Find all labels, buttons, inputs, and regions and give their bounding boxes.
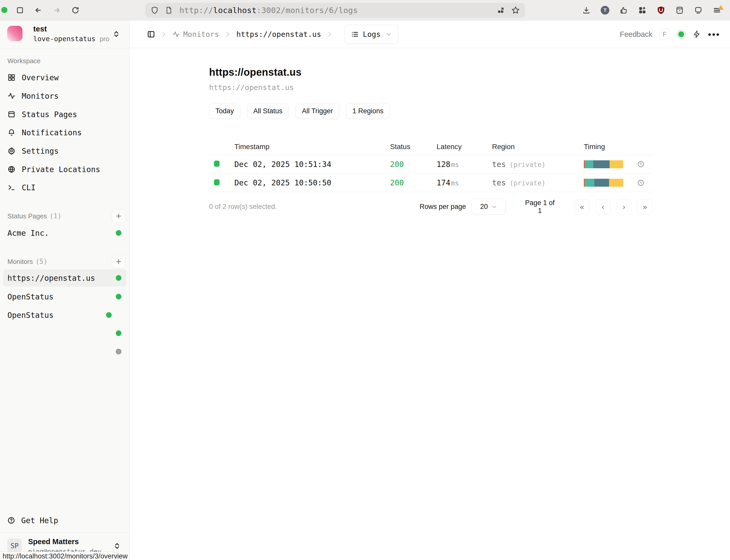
add-monitor-button[interactable] [112, 255, 126, 268]
monitor-item-openstatus-1[interactable]: OpenStatus [3, 288, 127, 305]
clock-icon[interactable] [629, 161, 653, 168]
breadcrumb-monitors[interactable]: Monitors [173, 30, 219, 39]
url-bar[interactable]: http://localhost:3002/monitors/6/logs [145, 3, 525, 18]
extension-t-icon[interactable]: T [599, 5, 611, 16]
filter-bar: Today All Status All Trigger 1 Regions [209, 103, 653, 119]
extensions-grid-icon[interactable] [637, 5, 648, 16]
tab-device-icon[interactable] [693, 5, 704, 16]
log-row[interactable]: Dec 02, 2025 10:50:50 200 174ms tes(priv… [209, 173, 653, 192]
sidebar-item-notifications[interactable]: Notifications [3, 123, 127, 142]
timing-segment [593, 160, 610, 168]
status-dot-green [106, 312, 112, 318]
last-page-button[interactable]: » [637, 199, 653, 215]
status-page-item-acme[interactable]: Acme Inc. [3, 225, 127, 241]
reload-button[interactable] [70, 0, 81, 20]
grid-icon [7, 74, 16, 81]
cell-status: 200 [390, 178, 436, 187]
clock-icon[interactable] [629, 179, 653, 186]
chevron-right-icon [225, 31, 231, 37]
get-help-button[interactable]: Get Help [3, 513, 127, 528]
feedback-link[interactable]: Feedback [620, 30, 652, 39]
timing-segment [594, 179, 609, 187]
col-status[interactable]: Status [390, 143, 436, 151]
filter-trigger[interactable]: All Trigger [296, 103, 340, 119]
menu-icon[interactable] [711, 5, 723, 16]
filter-date[interactable]: Today [209, 103, 240, 119]
lightning-icon[interactable] [693, 30, 701, 38]
col-timestamp[interactable]: Timestamp [234, 143, 390, 151]
sidebar: test love-openstatus pro Workspace Overv… [0, 20, 130, 560]
back-button[interactable] [33, 0, 44, 20]
col-timing[interactable]: Timing [584, 143, 629, 151]
log-row[interactable]: Dec 02, 2025 10:51:34 200 128ms tes(priv… [209, 155, 653, 173]
first-page-button[interactable]: « [574, 199, 590, 215]
bookmark-star-icon[interactable] [511, 6, 520, 14]
chevron-down-icon [491, 204, 497, 210]
table-header-row: Timestamp Status Latency Region Timing [209, 139, 653, 155]
page-subtitle: https://openstat.us [209, 83, 653, 92]
sidebar-item-private-locations[interactable]: Private Locations [3, 160, 127, 178]
rows-per-page-select[interactable]: 20 [471, 199, 506, 215]
cell-region: tes(private) [492, 178, 584, 187]
sidebar-item-status-pages[interactable]: Status Pages [3, 105, 127, 124]
sidebar-item-cli[interactable]: CLI [3, 178, 127, 197]
activity-icon [7, 92, 16, 100]
panel-left-icon[interactable] [147, 30, 155, 38]
monitor-item-openstat-us[interactable]: https://openstat.us [3, 269, 127, 287]
prev-page-button[interactable]: ‹ [595, 199, 611, 215]
filter-regions[interactable]: 1 Regions [346, 103, 390, 119]
monitor-item-unnamed-1[interactable] [3, 324, 127, 342]
app-header: Monitors https://openstat.us Logs Feedba… [130, 20, 730, 48]
system-status-dot[interactable] [678, 31, 684, 37]
page-icon[interactable] [165, 6, 172, 14]
forward-button[interactable] [51, 0, 62, 20]
globe-icon [7, 165, 16, 173]
cell-region: tes(private) [492, 160, 584, 169]
filter-status[interactable]: All Status [247, 103, 289, 119]
status-dot-green [116, 230, 121, 236]
cell-latency: 128ms [436, 160, 492, 169]
row-status-indicator [214, 179, 220, 185]
status-pages-section-label: Status Pages(1) [7, 211, 62, 221]
rows-per-page-label: Rows per page [419, 203, 466, 211]
chevron-down-icon [386, 31, 392, 37]
thumb-extension-icon[interactable] [618, 5, 629, 16]
monitors-section-label: Monitors(5) [7, 256, 48, 267]
sidebar-item-overview[interactable]: Overview [3, 68, 127, 87]
add-status-page-button[interactable] [112, 209, 126, 223]
ublock-shield-icon[interactable] [655, 5, 667, 16]
monitor-item-unnamed-2[interactable] [3, 343, 127, 360]
next-page-button[interactable]: › [616, 199, 632, 215]
download-icon[interactable] [581, 5, 592, 16]
view-selector-logs[interactable]: Logs [345, 25, 398, 44]
breadcrumb-monitor-url[interactable]: https://openstat.us [237, 30, 321, 39]
panel-icon [7, 110, 16, 118]
shield-icon[interactable] [151, 6, 159, 14]
monitor-item-openstatus-2[interactable]: OpenStatus [3, 306, 127, 324]
sidebar-item-settings[interactable]: Settings [3, 142, 127, 160]
timing-bar [584, 160, 623, 168]
plan-badge: pro [100, 35, 109, 43]
workspace-switcher[interactable]: test love-openstatus pro [0, 20, 129, 49]
archive-box-icon[interactable] [674, 5, 685, 16]
workspace-name: test [33, 25, 47, 33]
col-region[interactable]: Region [492, 143, 584, 151]
alert-badge [718, 5, 724, 10]
activity-icon [173, 31, 180, 38]
window-traffic-light[interactable] [1, 7, 7, 13]
help-circle-icon [7, 517, 15, 524]
reader-view-icon[interactable] [497, 6, 505, 14]
sidebar-toggle-icon[interactable] [14, 0, 26, 20]
status-dot-green [116, 294, 121, 299]
sidebar-item-monitors[interactable]: Monitors [3, 87, 127, 105]
workspace-section-label: Workspace [7, 56, 41, 66]
bell-icon [7, 129, 16, 136]
cell-latency: 174ms [436, 178, 492, 187]
browser-toolbar: http://localhost:3002/monitors/6/logs T [0, 0, 730, 20]
col-latency[interactable]: Latency [436, 143, 492, 151]
chevrons-up-down-icon [113, 542, 121, 550]
status-dot-green [116, 275, 121, 281]
terminal-icon [7, 184, 16, 191]
rows-selected-text: 0 of 2 row(s) selected. [209, 203, 277, 211]
more-options-button[interactable]: ••• [708, 32, 720, 37]
